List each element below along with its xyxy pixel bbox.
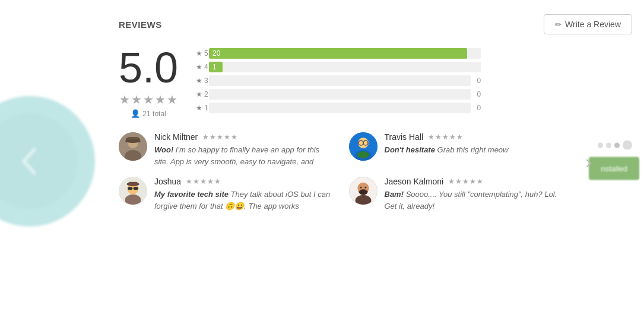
star-2: ★ <box>131 93 142 107</box>
bar-row-3: ★ 3 0 <box>196 75 481 86</box>
review-rest-travis: Grab this right meow <box>435 145 509 154</box>
write-review-label: Write a Review <box>565 20 621 29</box>
rs-jaeson-1: ★ <box>448 177 455 186</box>
total-label: 👤 21 total <box>119 109 178 118</box>
bar-count-5: 20 <box>212 49 220 58</box>
header: REVIEWS ✏ Write a Review <box>119 14 632 34</box>
rs-jaeson-5: ★ <box>477 177 483 186</box>
rs-travis-2: ★ <box>435 133 442 141</box>
svg-rect-22 <box>128 182 137 186</box>
review-card-nick: Nick Miltner ★ ★ ★ ★ ★ Woo! I'm so happy… <box>119 132 331 167</box>
reviewer-header-travis: Travis Hall ★ ★ ★ ★ ★ <box>385 132 561 142</box>
svg-rect-19 <box>134 187 138 190</box>
rs-joshua-5: ★ <box>214 177 221 186</box>
bar-fill-4: 1 <box>209 62 223 72</box>
rs-travis-5: ★ <box>456 133 463 141</box>
review-bold-joshua: My favorite tech site <box>154 190 229 199</box>
rs-travis-3: ★ <box>442 133 449 141</box>
reviewer-name-joshua: Joshua <box>154 177 181 186</box>
bar-label-1: ★ 1 <box>196 104 205 112</box>
score-stars: ★ ★ ★ ★ ★ <box>119 93 178 107</box>
avatar-joshua <box>119 177 147 205</box>
review-body-travis: Travis Hall ★ ★ ★ ★ ★ Don't hesitate Gra… <box>385 132 561 156</box>
reviewer-name-travis: Travis Hall <box>385 132 424 142</box>
rs-travis-4: ★ <box>449 133 456 141</box>
review-body-nick: Nick Miltner ★ ★ ★ ★ ★ Woo! I'm so happy… <box>154 132 331 167</box>
rs-joshua-4: ★ <box>207 177 214 186</box>
svg-point-6 <box>125 139 141 143</box>
total-count: 21 total <box>142 110 166 118</box>
rs-nick-5: ★ <box>231 133 237 141</box>
write-review-button[interactable]: ✏ Write a Review <box>544 14 632 34</box>
main-content: REVIEWS ✏ Write a Review 5.0 ★ ★ ★ ★ ★ 👤 <box>107 0 644 322</box>
avatar-travis <box>349 132 377 161</box>
reviewer-header-jaeson: Jaeson Kalmoni ★ ★ ★ ★ ★ <box>385 177 561 186</box>
svg-point-28 <box>359 189 367 195</box>
bar-label-4: ★ 4 <box>196 63 205 71</box>
reviewer-header-joshua: Joshua ★ ★ ★ ★ ★ <box>154 177 331 186</box>
rs-nick-2: ★ <box>210 133 216 141</box>
star-5: ★ <box>167 93 177 107</box>
bar-count-4: 1 <box>212 63 217 71</box>
review-bold-jaeson: Bam! <box>385 190 404 199</box>
review-card-jaeson: Jaeson Kalmoni ★ ★ ★ ★ ★ Bam! Soooo.... … <box>349 177 561 212</box>
bar-label-2: ★ 2 <box>196 90 205 98</box>
review-stars-joshua: ★ ★ ★ ★ ★ <box>186 177 221 186</box>
review-body-joshua: Joshua ★ ★ ★ ★ ★ My favorite tech site T… <box>154 177 331 212</box>
svg-point-29 <box>360 187 361 189</box>
bar-track-2 <box>209 89 471 100</box>
bar-track-1 <box>209 103 471 113</box>
bar-row-1: ★ 1 0 <box>196 103 481 113</box>
svg-point-30 <box>364 187 366 189</box>
person-icon: 👤 <box>131 109 140 118</box>
bar-row-5: ★ 5 20 <box>196 48 481 59</box>
rs-travis-1: ★ <box>428 133 434 141</box>
star-4: ★ <box>155 93 166 107</box>
bar-zero-2: 0 <box>477 90 481 98</box>
rs-nick-1: ★ <box>202 133 209 141</box>
bar-chart: ★ 5 20 ★ 4 1 <box>196 48 481 116</box>
score-number: 5.0 <box>119 46 178 89</box>
bar-label-3: ★ 3 <box>196 76 205 85</box>
page-container: nstalled › REVIEWS ✏ Write a Review 5.0 … <box>0 0 644 322</box>
avatar-nick <box>119 132 147 161</box>
review-card-joshua: Joshua ★ ★ ★ ★ ★ My favorite tech site T… <box>119 177 331 212</box>
review-card-travis: Travis Hall ★ ★ ★ ★ ★ Don't hesitate Gra… <box>349 132 561 167</box>
rs-joshua-2: ★ <box>193 177 199 186</box>
review-bold-travis: Don't hesitate <box>385 145 435 154</box>
rs-nick-4: ★ <box>224 133 230 141</box>
rs-jaeson-2: ★ <box>455 177 462 186</box>
bar-row-4: ★ 4 1 <box>196 62 481 72</box>
review-bold-nick: Woo! <box>154 145 173 154</box>
review-stars-nick: ★ ★ ★ ★ ★ <box>202 133 237 141</box>
review-stars-travis: ★ ★ ★ ★ ★ <box>428 133 463 141</box>
review-text-joshua: My favorite tech site They talk about iO… <box>154 189 331 212</box>
reviews-title: REVIEWS <box>119 20 162 30</box>
review-text-jaeson: Bam! Soooo.... You still "contemplating"… <box>385 189 561 212</box>
svg-point-14 <box>357 151 369 158</box>
bar-track-4: 1 <box>209 62 481 72</box>
rs-joshua-1: ★ <box>186 177 192 186</box>
star-1: ★ <box>119 93 130 107</box>
review-rest-nick: I'm so happy to finally have an app for … <box>154 145 319 166</box>
rs-jaeson-4: ★ <box>469 177 476 186</box>
reviewer-name-nick: Nick Miltner <box>154 132 198 142</box>
bar-zero-3: 0 <box>477 76 481 85</box>
deco-left-circle <box>0 96 95 227</box>
bar-track-5: 20 <box>209 48 481 59</box>
bar-fill-5: 20 <box>209 48 467 59</box>
review-text-nick: Woo! I'm so happy to finally have an app… <box>154 144 331 167</box>
review-rest-jaeson: Soooo.... You still "contemplating", huh… <box>385 190 557 211</box>
bar-label-5: ★ 5 <box>196 49 205 58</box>
reviews-grid: Nick Miltner ★ ★ ★ ★ ★ Woo! I'm so happy… <box>119 132 632 212</box>
bar-track-3 <box>209 75 471 86</box>
svg-rect-18 <box>128 187 132 190</box>
star-3: ★ <box>143 93 154 107</box>
bar-row-2: ★ 2 0 <box>196 89 481 100</box>
review-body-jaeson: Jaeson Kalmoni ★ ★ ★ ★ ★ Bam! Soooo.... … <box>385 177 561 212</box>
review-stars-jaeson: ★ ★ ★ ★ ★ <box>448 177 483 186</box>
avatar-jaeson <box>349 177 377 205</box>
rs-joshua-3: ★ <box>200 177 207 186</box>
rs-nick-3: ★ <box>217 133 223 141</box>
rating-overview: 5.0 ★ ★ ★ ★ ★ 👤 21 total ★ 5 <box>119 46 632 118</box>
